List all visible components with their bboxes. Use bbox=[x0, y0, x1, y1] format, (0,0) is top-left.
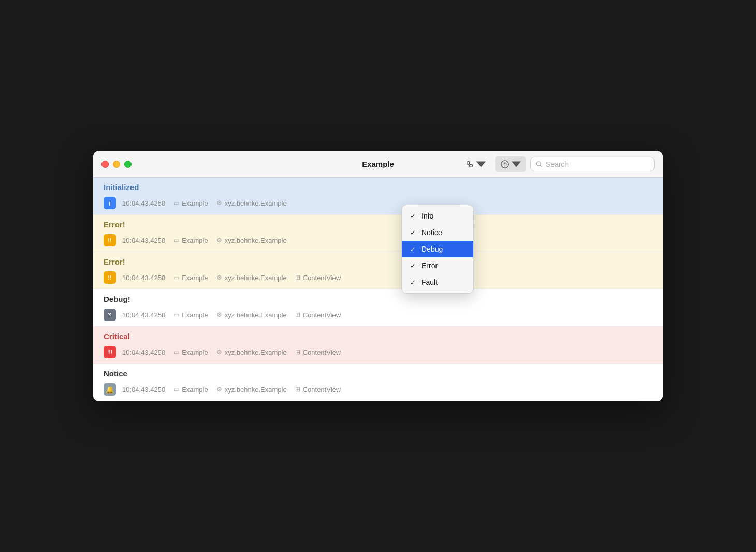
badge-critical: !!! bbox=[104, 346, 116, 358]
log-section-critical: Critical !!! 10:04:43.4250 ▭ Example ⚙ x… bbox=[93, 327, 663, 364]
traffic-lights bbox=[101, 161, 132, 168]
log-section-error-1: Error! !! 10:04:43.4250 ▭ Example ⚙ xyz.… bbox=[93, 215, 663, 252]
log-meta: 10:04:43.4250 ▭ Example ⚙ xyz.behnke.Exa… bbox=[122, 274, 341, 282]
category: ⊞ ContentView bbox=[295, 348, 341, 356]
section-title-error-2: Error! bbox=[93, 252, 663, 268]
subsystem: ⚙ xyz.behnke.Example bbox=[216, 237, 287, 244]
log-meta: 10:04:43.4250 ▭ Example ⚙ xyz.behnke.Exa… bbox=[122, 311, 341, 319]
section-title-notice: Notice bbox=[93, 364, 663, 380]
content-area: Initialized i 10:04:43.4250 ▭ Example ⚙ … bbox=[93, 178, 663, 401]
search-input[interactable] bbox=[546, 160, 649, 168]
filter-icon bbox=[465, 159, 474, 169]
log-section-debug: Debug! ⌥ 10:04:43.4250 ▭ Example ⚙ xyz.b… bbox=[93, 289, 663, 327]
log-meta: 10:04:43.4250 ▭ Example ⚙ xyz.behnke.Exa… bbox=[122, 199, 287, 207]
badge-debug: ⌥ bbox=[104, 309, 116, 321]
log-row: 🔔 10:04:43.4250 ▭ Example ⚙ xyz.behnke.E… bbox=[93, 380, 663, 401]
process: ▭ Example bbox=[173, 199, 208, 207]
app-window: Example bbox=[93, 151, 663, 401]
log-meta: 10:04:43.4250 ▭ Example ⚙ xyz.behnke.Exa… bbox=[122, 386, 341, 394]
log-row: i 10:04:43.4250 ▭ Example ⚙ xyz.behnke.E… bbox=[93, 194, 663, 214]
badge-info: i bbox=[104, 197, 116, 209]
log-meta: 10:04:43.4250 ▭ Example ⚙ xyz.behnke.Exa… bbox=[122, 348, 341, 356]
level-button[interactable] bbox=[495, 156, 526, 172]
svg-point-0 bbox=[467, 161, 470, 164]
chevron-down-icon bbox=[512, 159, 521, 169]
log-section-initialized: Initialized i 10:04:43.4250 ▭ Example ⚙ … bbox=[93, 178, 663, 215]
filter-button[interactable] bbox=[460, 156, 491, 172]
timestamp: 10:04:43.4250 bbox=[122, 199, 165, 207]
toolbar-right bbox=[460, 156, 655, 172]
badge-notice: 🔔 bbox=[104, 383, 116, 396]
log-row: !!! 10:04:43.4250 ▭ Example ⚙ xyz.behnke… bbox=[93, 343, 663, 364]
section-title-critical: Critical bbox=[93, 327, 663, 343]
process-icon: ▭ bbox=[173, 386, 179, 393]
process: ▭ Example bbox=[173, 386, 208, 394]
section-title-error-1: Error! bbox=[93, 215, 663, 231]
svg-point-1 bbox=[470, 164, 472, 167]
category-icon: ⊞ bbox=[295, 348, 300, 356]
subsystem: ⚙ xyz.behnke.Example bbox=[216, 311, 287, 319]
svg-line-9 bbox=[506, 163, 506, 163]
subsystem-icon: ⚙ bbox=[216, 199, 222, 207]
search-icon bbox=[536, 161, 543, 168]
process: ▭ Example bbox=[173, 311, 208, 319]
subsystem: ⚙ xyz.behnke.Example bbox=[216, 348, 287, 356]
timestamp: 10:04:43.4250 bbox=[122, 237, 165, 244]
category: ⊞ ContentView bbox=[295, 311, 341, 319]
subsystem-icon: ⚙ bbox=[216, 311, 222, 318]
svg-line-8 bbox=[504, 163, 504, 163]
window-title: Example bbox=[362, 159, 394, 168]
minimize-button[interactable] bbox=[113, 161, 120, 168]
log-row: ⌥ 10:04:43.4250 ▭ Example ⚙ xyz.behnke.E… bbox=[93, 306, 663, 326]
log-section-notice: Notice 🔔 10:04:43.4250 ▭ Example ⚙ xyz.b… bbox=[93, 364, 663, 401]
category: ⊞ ContentView bbox=[295, 274, 341, 282]
subsystem-icon: ⚙ bbox=[216, 237, 222, 244]
subsystem-icon: ⚙ bbox=[216, 386, 222, 393]
process-icon: ▭ bbox=[173, 311, 179, 318]
svg-line-11 bbox=[540, 165, 542, 166]
timestamp: 10:04:43.4250 bbox=[122, 348, 165, 356]
category-icon: ⊞ bbox=[295, 274, 300, 281]
log-row: !! 10:04:43.4250 ▭ Example ⚙ xyz.behnke.… bbox=[93, 231, 663, 252]
process: ▭ Example bbox=[173, 274, 208, 282]
timestamp: 10:04:43.4250 bbox=[122, 311, 165, 319]
search-container bbox=[530, 157, 655, 171]
badge-error: !! bbox=[104, 271, 116, 284]
process-icon: ▭ bbox=[173, 237, 179, 244]
timestamp: 10:04:43.4250 bbox=[122, 386, 165, 394]
process: ▭ Example bbox=[173, 237, 208, 244]
category-icon: ⊞ bbox=[295, 386, 300, 393]
subsystem-icon: ⚙ bbox=[216, 274, 222, 281]
section-title-debug: Debug! bbox=[93, 289, 663, 306]
log-row: !! 10:04:43.4250 ▭ Example ⚙ xyz.behnke.… bbox=[93, 268, 663, 289]
badge-error: !! bbox=[104, 234, 116, 246]
subsystem: ⚙ xyz.behnke.Example bbox=[216, 199, 287, 207]
titlebar: Example bbox=[93, 151, 663, 178]
section-title-initialized: Initialized bbox=[93, 178, 663, 194]
close-button[interactable] bbox=[101, 161, 109, 168]
chevron-down-icon bbox=[476, 159, 486, 169]
process-icon: ▭ bbox=[173, 274, 179, 281]
level-icon bbox=[500, 159, 510, 169]
process-icon: ▭ bbox=[173, 348, 179, 356]
timestamp: 10:04:43.4250 bbox=[122, 274, 165, 282]
subsystem: ⚙ xyz.behnke.Example bbox=[216, 274, 287, 282]
maximize-button[interactable] bbox=[124, 161, 132, 168]
category-icon: ⊞ bbox=[295, 311, 300, 318]
process: ▭ Example bbox=[173, 348, 208, 356]
log-meta: 10:04:43.4250 ▭ Example ⚙ xyz.behnke.Exa… bbox=[122, 237, 287, 244]
log-section-error-2: Error! !! 10:04:43.4250 ▭ Example ⚙ xyz.… bbox=[93, 252, 663, 289]
subsystem: ⚙ xyz.behnke.Example bbox=[216, 386, 287, 394]
category: ⊞ ContentView bbox=[295, 386, 341, 394]
subsystem-icon: ⚙ bbox=[216, 348, 222, 356]
process-icon: ▭ bbox=[173, 199, 179, 207]
